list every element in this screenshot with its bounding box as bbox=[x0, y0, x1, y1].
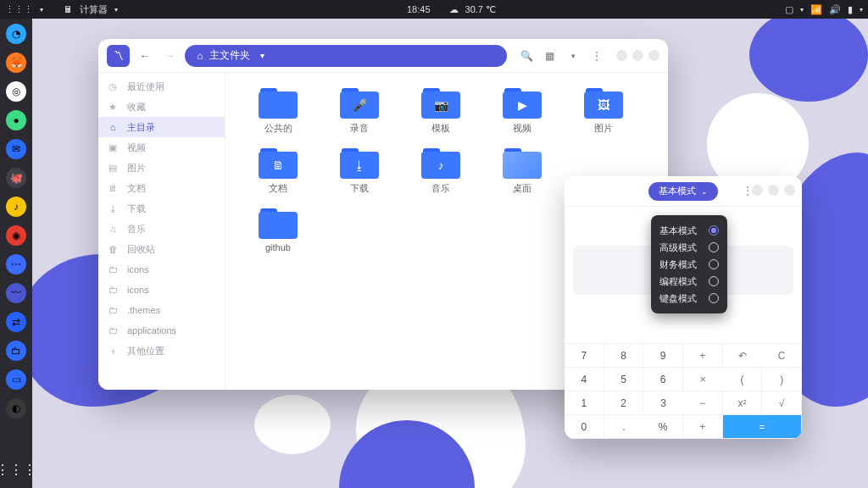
apps-grid-icon[interactable]: ⋮⋮⋮ bbox=[5, 4, 33, 15]
key-0[interactable]: 0 bbox=[565, 415, 604, 439]
key-4[interactable]: 4 bbox=[565, 368, 604, 391]
folder-badge-icon: ♪ bbox=[421, 158, 460, 172]
key-−[interactable]: − bbox=[683, 391, 723, 415]
folder-图片[interactable]: 🖼图片 bbox=[565, 86, 643, 135]
tray-square-icon[interactable]: ▢ bbox=[785, 4, 793, 15]
key-C[interactable]: C bbox=[762, 344, 802, 368]
key-x²[interactable]: x² bbox=[723, 391, 763, 415]
sidebar-item-回收站[interactable]: 🗑回收站 bbox=[98, 239, 225, 259]
key-+[interactable]: + bbox=[683, 415, 723, 439]
sidebar-item-.themes[interactable]: 🗀.themes bbox=[98, 300, 225, 320]
folder-音乐[interactable]: ♪音乐 bbox=[402, 147, 480, 195]
clock[interactable]: 18:45 bbox=[407, 4, 431, 14]
nav-forward-button[interactable]: → bbox=[160, 45, 181, 67]
mode-option-基本模式[interactable]: 基本模式 bbox=[659, 222, 719, 239]
key-)[interactable]: ) bbox=[762, 368, 802, 391]
window-maximize-button[interactable] bbox=[632, 50, 643, 61]
sidebar-item-音乐[interactable]: ♫音乐 bbox=[98, 219, 225, 239]
sidebar-item-icons[interactable]: 🗀icons bbox=[98, 280, 225, 300]
key-8[interactable]: 8 bbox=[604, 344, 644, 368]
wifi-icon[interactable]: 📶 bbox=[810, 4, 822, 15]
dock-app-term[interactable]: ▭ bbox=[6, 369, 26, 390]
mode-selector-button[interactable]: 基本模式 ⌄ bbox=[648, 182, 718, 201]
home-icon: ⌂ bbox=[197, 50, 203, 62]
dock-app-disk[interactable]: ◐ bbox=[6, 398, 26, 419]
app-chevron-icon[interactable]: ▾ bbox=[114, 6, 118, 14]
key-3[interactable]: 3 bbox=[643, 391, 683, 415]
key-([interactable]: ( bbox=[723, 368, 763, 391]
files-app-icon: 〽 bbox=[107, 45, 130, 67]
dock-app-netease[interactable]: ◉ bbox=[6, 225, 26, 246]
temperature[interactable]: 30.7 ℃ bbox=[465, 4, 496, 15]
dock-app-more[interactable]: ⋯ bbox=[6, 254, 26, 274]
dock-app-chrome[interactable]: ◎ bbox=[6, 81, 26, 102]
mode-option-编程模式[interactable]: 编程模式 bbox=[659, 273, 719, 290]
sidebar-item-文档[interactable]: 🗎文档 bbox=[98, 178, 225, 198]
folder-文档[interactable]: 🗎文档 bbox=[239, 147, 317, 195]
folder-label: 音乐 bbox=[431, 182, 450, 195]
dock-app-files[interactable]: 🗀 bbox=[6, 341, 26, 361]
dock-app-waves[interactable]: 〰 bbox=[6, 283, 26, 303]
nav-back-button[interactable]: ← bbox=[135, 45, 155, 67]
dock-app-tweaks[interactable]: ⇄ bbox=[6, 312, 26, 332]
key-6[interactable]: 6 bbox=[643, 368, 683, 391]
key-=[interactable]: = bbox=[723, 415, 802, 439]
sidebar-item-下载[interactable]: ⭳下载 bbox=[98, 198, 225, 219]
key-+[interactable]: + bbox=[683, 344, 723, 368]
key-9[interactable]: 9 bbox=[643, 344, 683, 368]
sidebar-item-label: icons bbox=[127, 285, 149, 295]
folder-公共的[interactable]: 公共的 bbox=[239, 86, 317, 135]
key-7[interactable]: 7 bbox=[565, 344, 604, 368]
folder-模板[interactable]: 📷模板 bbox=[402, 86, 480, 135]
key-%[interactable]: % bbox=[643, 415, 683, 439]
active-app-label[interactable]: 计算器 bbox=[80, 3, 108, 16]
calc-window-close-button[interactable] bbox=[784, 185, 795, 196]
key-1[interactable]: 1 bbox=[565, 391, 604, 415]
dock-app-mail[interactable]: ✉ bbox=[6, 139, 26, 159]
key-2[interactable]: 2 bbox=[604, 391, 644, 415]
sidebar-item-applications[interactable]: 🗀applications bbox=[98, 320, 225, 341]
view-menu-chevron-icon[interactable]: ▾ bbox=[565, 46, 583, 66]
dock-app-octo[interactable]: 🐙 bbox=[6, 168, 26, 188]
hamburger-menu-button[interactable]: ⋮ bbox=[587, 46, 606, 66]
folder-桌面[interactable]: 桌面 bbox=[483, 147, 561, 195]
folder-下载[interactable]: ⭳下载 bbox=[320, 147, 398, 195]
sidebar-item-主目录[interactable]: ⌂主目录 bbox=[98, 117, 225, 137]
key-5[interactable]: 5 bbox=[604, 368, 644, 391]
dock-app-edge[interactable]: ◔ bbox=[6, 24, 26, 44]
radio-icon bbox=[709, 293, 719, 303]
view-grid-button[interactable]: ▦ bbox=[541, 46, 559, 66]
search-button[interactable]: 🔍 bbox=[517, 46, 536, 66]
calc-window-minimize-button[interactable] bbox=[752, 185, 763, 196]
mode-option-高级模式[interactable]: 高级模式 bbox=[659, 239, 719, 256]
folder-录音[interactable]: 🎤录音 bbox=[320, 86, 398, 135]
key-√[interactable]: √ bbox=[762, 391, 802, 415]
sidebar-item-图片[interactable]: ▤图片 bbox=[98, 158, 225, 178]
key-×[interactable]: × bbox=[683, 368, 723, 391]
mode-option-键盘模式[interactable]: 键盘模式 bbox=[659, 290, 719, 307]
volume-icon[interactable]: 🔊 bbox=[829, 4, 841, 15]
dock-app-music[interactable]: ♪ bbox=[6, 197, 26, 217]
sidebar-item-收藏[interactable]: ★收藏 bbox=[98, 97, 225, 117]
calc-window-maximize-button[interactable] bbox=[768, 185, 779, 196]
path-bar[interactable]: ⌂ 主文件夹 ▾ bbox=[185, 45, 507, 67]
path-chevron-icon[interactable]: ▾ bbox=[260, 51, 264, 60]
sidebar-item-其他位置[interactable]: ＋其他位置 bbox=[98, 341, 225, 361]
key-.[interactable]: . bbox=[604, 415, 644, 439]
dock-apps-grid-button[interactable]: ⋮⋮⋮ bbox=[0, 462, 36, 478]
folder-badge-icon: ⭳ bbox=[340, 158, 379, 172]
sidebar-item-icons[interactable]: 🗀icons bbox=[98, 259, 225, 280]
sidebar-item-视频[interactable]: ▣视频 bbox=[98, 137, 225, 158]
key-↶[interactable]: ↶ bbox=[723, 344, 763, 368]
mode-option-财务模式[interactable]: 财务模式 bbox=[659, 256, 719, 273]
dock-app-firefox[interactable]: 🦊 bbox=[6, 53, 26, 73]
folder-视频[interactable]: ▶视频 bbox=[483, 86, 561, 135]
window-close-button[interactable] bbox=[648, 50, 659, 61]
battery-icon[interactable]: ▮ bbox=[848, 4, 853, 15]
sidebar-item-icon: 🗀 bbox=[98, 285, 127, 295]
window-minimize-button[interactable] bbox=[616, 50, 627, 61]
dock-app-chat[interactable]: ● bbox=[6, 110, 26, 130]
apps-chevron-icon[interactable]: ▾ bbox=[40, 6, 43, 14]
folder-github[interactable]: github bbox=[239, 207, 317, 252]
sidebar-item-最近使用[interactable]: ◷最近使用 bbox=[98, 76, 225, 97]
